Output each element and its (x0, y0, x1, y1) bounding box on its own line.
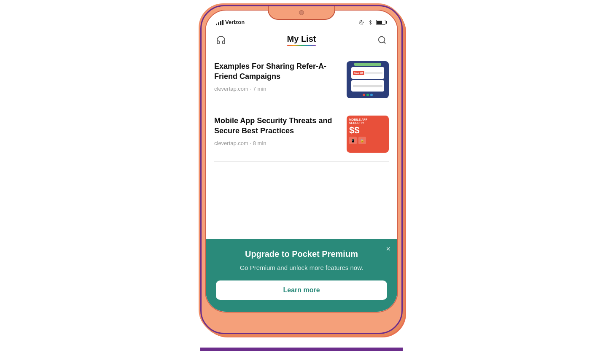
bluetooth-icon (368, 19, 373, 25)
battery-indicator (376, 20, 387, 25)
banner-subtitle: Go Premium and unlock more features now. (216, 263, 387, 273)
phone-notch (268, 6, 335, 20)
premium-banner: × Upgrade to Pocket Premium Go Premium a… (206, 239, 397, 312)
headphone-button[interactable] (214, 33, 228, 47)
article-title-2: Mobile App Security Threats and Secure B… (214, 116, 340, 136)
rainbow-underline (287, 45, 316, 46)
phone-screen: Verizon (205, 10, 398, 313)
app-header: My List (206, 31, 397, 52)
carrier-info: Verizon (216, 19, 245, 25)
article-text-2: Mobile App Security Threats and Secure B… (214, 116, 340, 147)
camera-dot (299, 10, 304, 15)
close-button[interactable]: × (386, 245, 390, 253)
battery-fill (377, 21, 382, 24)
signal-bar-2 (218, 22, 219, 25)
banner-title: Upgrade to Pocket Premium (216, 249, 387, 259)
svg-point-0 (361, 22, 362, 23)
bottom-bar (200, 348, 403, 351)
signal-bar-4 (222, 20, 223, 25)
signal-bar-3 (220, 21, 221, 25)
svg-point-2 (379, 36, 385, 43)
header-title-block: My List (287, 34, 316, 46)
signal-bar-1 (216, 24, 217, 25)
status-right (358, 19, 387, 25)
location-icon (358, 19, 364, 25)
thumb1-graphic: Save $25 (347, 61, 389, 98)
carrier-name: Verizon (225, 19, 245, 25)
article-text-1: Examples For Sharing Refer-A-Friend Camp… (214, 61, 340, 92)
learn-more-button[interactable]: Learn more (216, 280, 387, 300)
search-button[interactable] (375, 33, 389, 47)
phone-outer: Verizon (200, 5, 403, 351)
battery-body (376, 20, 385, 25)
article-meta-2: clevertap.com · 8 min (214, 140, 340, 146)
divider-2 (214, 161, 389, 162)
content-area: Examples For Sharing Refer-A-Friend Camp… (206, 53, 397, 312)
app-title: My List (287, 34, 316, 44)
svg-point-1 (359, 20, 363, 24)
list-item[interactable]: Mobile App Security Threats and Secure B… (206, 107, 397, 161)
scene: Verizon (0, 0, 603, 364)
article-thumb-2: MOBILE APPSECURITY $$ 📱 🔒 (347, 116, 389, 153)
search-icon (377, 35, 387, 45)
signal-icon (216, 19, 223, 25)
headphone-icon (216, 35, 226, 45)
list-item[interactable]: Examples For Sharing Refer-A-Friend Camp… (206, 53, 397, 107)
article-meta-1: clevertap.com · 7 min (214, 86, 340, 92)
battery-tip (386, 21, 387, 24)
phone-frame: Verizon (200, 5, 403, 334)
article-title-1: Examples For Sharing Refer-A-Friend Camp… (214, 61, 340, 82)
thumb2-graphic: MOBILE APPSECURITY $$ 📱 🔒 (347, 116, 389, 153)
article-thumb-1: Save $25 (347, 61, 389, 98)
svg-line-3 (384, 42, 385, 43)
